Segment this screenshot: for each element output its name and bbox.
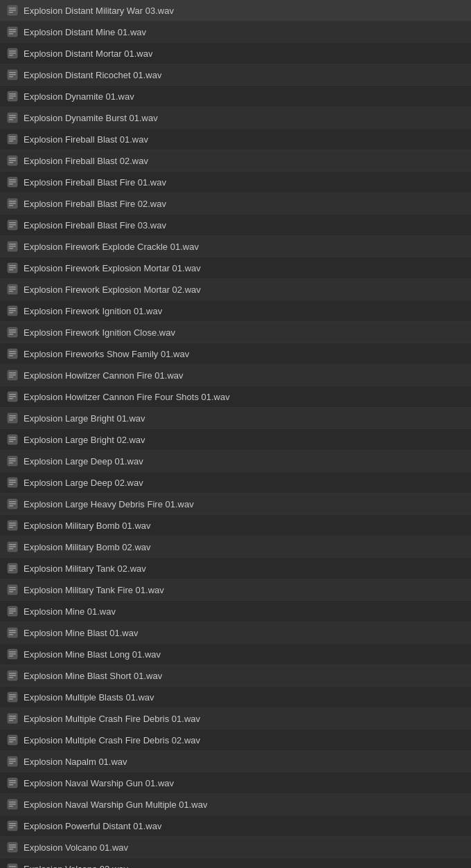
audio-file-icon xyxy=(6,112,19,123)
svg-rect-33 xyxy=(9,179,16,181)
audio-file-icon xyxy=(6,413,19,424)
file-name-label: Explosion Large Bright 02.wav xyxy=(24,435,145,445)
list-item[interactable]: Explosion Fireball Blast Fire 01.wav xyxy=(0,172,471,193)
svg-rect-125 xyxy=(9,673,16,674)
file-name-label: Explosion Fireball Blast 01.wav xyxy=(24,134,148,145)
svg-rect-101 xyxy=(9,544,16,545)
svg-rect-35 xyxy=(9,183,13,185)
audio-file-icon xyxy=(6,91,19,102)
audio-file-icon xyxy=(6,348,19,359)
list-item[interactable]: Explosion Large Deep 01.wav xyxy=(0,451,471,472)
audio-file-icon xyxy=(6,541,19,552)
list-item[interactable]: Explosion Naval Warship Gun 01.wav xyxy=(0,772,471,794)
svg-rect-139 xyxy=(9,741,13,743)
svg-rect-86 xyxy=(9,460,16,462)
audio-file-icon xyxy=(6,262,19,273)
svg-rect-90 xyxy=(9,482,16,483)
svg-rect-115 xyxy=(9,613,13,614)
audio-file-icon xyxy=(6,799,19,810)
svg-rect-87 xyxy=(9,462,13,464)
list-item[interactable]: Explosion Firework Ignition Close.wav xyxy=(0,322,471,343)
list-item[interactable]: Explosion Mine 01.wav xyxy=(0,601,471,622)
list-item[interactable]: Explosion Large Heavy Debris Fire 01.wav xyxy=(0,494,471,515)
list-item[interactable]: Explosion Dynamite 01.wav xyxy=(0,86,471,107)
svg-rect-6 xyxy=(9,31,16,33)
svg-rect-29 xyxy=(9,158,16,159)
svg-rect-93 xyxy=(9,501,16,503)
list-item[interactable]: Explosion Naval Warship Gun Multiple 01.… xyxy=(0,794,471,815)
svg-rect-133 xyxy=(9,716,16,717)
list-item[interactable]: Explosion Napalm 01.wav xyxy=(0,751,471,772)
audio-file-icon xyxy=(6,327,19,338)
svg-rect-75 xyxy=(9,398,13,399)
list-item[interactable]: Explosion Multiple Crash Fire Debris 01.… xyxy=(0,708,471,730)
list-item[interactable]: Explosion Mine Blast 01.wav xyxy=(0,622,471,644)
svg-rect-5 xyxy=(9,29,16,30)
audio-file-icon xyxy=(6,670,19,681)
svg-rect-41 xyxy=(9,222,16,224)
list-item[interactable]: Explosion Large Bright 02.wav xyxy=(0,429,471,451)
audio-file-icon xyxy=(6,734,19,745)
list-item[interactable]: Explosion Firework Ignition 01.wav xyxy=(0,300,471,322)
svg-rect-98 xyxy=(9,525,16,526)
file-name-label: Explosion Powerful Distant 01.wav xyxy=(24,821,161,831)
svg-rect-111 xyxy=(9,591,13,593)
list-item[interactable]: Explosion Distant Ricochet 01.wav xyxy=(0,64,471,86)
svg-rect-50 xyxy=(9,267,16,269)
list-item[interactable]: Explosion Howitzer Cannon Fire 01.wav xyxy=(0,365,471,386)
list-item[interactable]: Explosion Mine Blast Short 01.wav xyxy=(0,665,471,687)
svg-rect-53 xyxy=(9,287,16,288)
list-item[interactable]: Explosion Military Tank Fire 01.wav xyxy=(0,579,471,601)
svg-rect-142 xyxy=(9,761,16,762)
list-item[interactable]: Explosion Military Tank 02.wav xyxy=(0,558,471,579)
list-item[interactable]: Explosion Firework Explode Crackle 01.wa… xyxy=(0,236,471,257)
audio-file-icon xyxy=(6,391,19,402)
svg-rect-25 xyxy=(9,136,16,138)
list-item[interactable]: Explosion Firework Explosion Mortar 01.w… xyxy=(0,257,471,279)
svg-rect-121 xyxy=(9,651,16,653)
file-name-label: Explosion Firework Ignition 01.wav xyxy=(24,306,162,316)
svg-rect-122 xyxy=(9,653,16,655)
list-item[interactable]: Explosion Distant Military War 03.wav xyxy=(0,0,471,21)
audio-file-icon xyxy=(6,563,19,574)
svg-rect-1 xyxy=(9,8,16,9)
audio-file-icon xyxy=(6,691,19,703)
list-item[interactable]: Explosion Fireball Blast Fire 03.wav xyxy=(0,215,471,236)
file-list: Explosion Distant Military War 03.wav Ex… xyxy=(0,0,471,868)
list-item[interactable]: Explosion Howitzer Cannon Fire Four Shot… xyxy=(0,386,471,408)
svg-rect-157 xyxy=(9,844,16,846)
list-item[interactable]: Explosion Powerful Distant 01.wav xyxy=(0,815,471,837)
svg-rect-17 xyxy=(9,93,16,95)
list-item[interactable]: Explosion Volcano 01.wav xyxy=(0,837,471,858)
list-item[interactable]: Explosion Multiple Crash Fire Debris 02.… xyxy=(0,730,471,751)
list-item[interactable]: Explosion Fireball Blast 02.wav xyxy=(0,150,471,172)
svg-rect-97 xyxy=(9,523,16,524)
list-item[interactable]: Explosion Military Bomb 01.wav xyxy=(0,515,471,536)
svg-rect-159 xyxy=(9,849,13,850)
list-item[interactable]: Explosion Military Bomb 02.wav xyxy=(0,536,471,558)
list-item[interactable]: Explosion Firework Explosion Mortar 02.w… xyxy=(0,279,471,300)
file-name-label: Explosion Dynamite 01.wav xyxy=(24,91,134,102)
svg-rect-145 xyxy=(9,780,16,781)
list-item[interactable]: Explosion Mine Blast Long 01.wav xyxy=(0,644,471,665)
file-name-label: Explosion Distant Military War 03.wav xyxy=(24,6,174,16)
list-item[interactable]: Explosion Large Deep 02.wav xyxy=(0,472,471,494)
list-item[interactable]: Explosion Multiple Blasts 01.wav xyxy=(0,687,471,708)
svg-rect-65 xyxy=(9,351,16,352)
list-item[interactable]: Explosion Volcano 02.wav xyxy=(0,858,471,868)
file-name-label: Explosion Multiple Crash Fire Debris 02.… xyxy=(24,735,200,745)
svg-rect-109 xyxy=(9,587,16,588)
list-item[interactable]: Explosion Distant Mine 01.wav xyxy=(0,21,471,43)
svg-rect-126 xyxy=(9,675,16,676)
svg-rect-117 xyxy=(9,630,16,631)
list-item[interactable]: Explosion Dynamite Burst 01.wav xyxy=(0,107,471,129)
svg-rect-147 xyxy=(9,784,13,786)
list-item[interactable]: Explosion Distant Mortar 01.wav xyxy=(0,43,471,64)
svg-rect-89 xyxy=(9,480,16,481)
list-item[interactable]: Explosion Fireball Blast Fire 02.wav xyxy=(0,193,471,215)
list-item[interactable]: Explosion Large Bright 01.wav xyxy=(0,408,471,429)
list-item[interactable]: Explosion Fireball Blast 01.wav xyxy=(0,129,471,150)
svg-rect-113 xyxy=(9,608,16,610)
list-item[interactable]: Explosion Fireworks Show Family 01.wav xyxy=(0,343,471,365)
audio-file-icon xyxy=(6,477,19,488)
